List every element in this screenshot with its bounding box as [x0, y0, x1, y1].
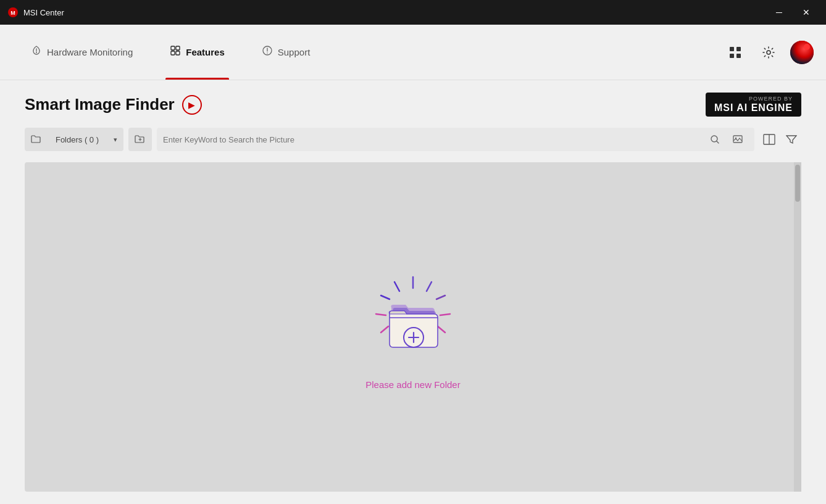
- msi-logo-icon: M: [7, 7, 19, 18]
- page-title-area: Smart Image Finder ▶: [25, 95, 202, 115]
- page-header: Smart Image Finder ▶ POWERED BY MSI AI E…: [25, 93, 801, 117]
- folder-dropdown[interactable]: Folders ( 0 ) ▾: [25, 128, 123, 151]
- dropdown-arrow-icon: ▾: [114, 136, 117, 144]
- scrollbar[interactable]: [794, 162, 801, 492]
- svg-point-13: [767, 51, 770, 54]
- svg-point-8: [267, 52, 268, 54]
- ai-engine-name: MSI AI ENGINE: [714, 102, 793, 114]
- svg-line-23: [440, 314, 450, 315]
- svg-line-26: [381, 326, 388, 333]
- search-icon: [710, 134, 720, 144]
- page-title: Smart Image Finder: [25, 95, 175, 114]
- filter-icon: [786, 134, 797, 144]
- tab-features[interactable]: Features: [151, 25, 243, 80]
- nav-right: [724, 41, 814, 64]
- title-bar-controls: ─ ✕: [767, 3, 819, 22]
- svg-rect-11: [730, 54, 734, 58]
- folder-icon: [31, 134, 41, 145]
- title-bar-left: M MSI Center: [7, 7, 64, 18]
- search-icons: [705, 130, 748, 149]
- support-icon: [262, 45, 273, 59]
- ai-engine-badge: POWERED BY MSI AI ENGINE: [706, 93, 801, 117]
- ai-powered-label: POWERED BY: [749, 96, 793, 102]
- user-avatar[interactable]: [790, 41, 814, 64]
- svg-point-16: [735, 138, 736, 139]
- close-button[interactable]: ✕: [794, 3, 819, 22]
- svg-point-14: [711, 136, 717, 142]
- svg-rect-4: [176, 46, 180, 50]
- tab-hardware-monitoring-label: Hardware Monitoring: [47, 47, 133, 57]
- folder-dropdown-label: Folders ( 0 ): [44, 135, 110, 144]
- tab-hardware-monitoring[interactable]: Hardware Monitoring: [12, 25, 151, 80]
- app-container: Hardware Monitoring Features: [0, 25, 826, 504]
- minimize-button[interactable]: ─: [767, 3, 791, 22]
- hardware-monitoring-icon: [31, 45, 42, 59]
- nav-bar: Hardware Monitoring Features: [0, 25, 826, 80]
- title-bar-title: MSI Center: [23, 8, 64, 17]
- svg-line-22: [381, 295, 390, 299]
- empty-state: Please add new Folder: [351, 265, 475, 390]
- filter-button[interactable]: [782, 130, 801, 149]
- grid-icon: [728, 46, 742, 59]
- toolbar-right: [759, 130, 801, 149]
- nav-tabs: Hardware Monitoring Features: [12, 25, 328, 80]
- play-icon: ▶: [188, 100, 195, 110]
- empty-state-message: Please add new Folder: [365, 379, 460, 390]
- image-search-icon: [733, 134, 744, 144]
- gear-icon: [762, 46, 775, 59]
- scrollbar-thumb[interactable]: [795, 165, 800, 202]
- tab-support[interactable]: Support: [243, 25, 329, 80]
- search-input[interactable]: [163, 135, 700, 144]
- svg-line-25: [438, 326, 445, 333]
- image-search-button[interactable]: [728, 130, 748, 149]
- gear-icon-button[interactable]: [757, 41, 780, 64]
- svg-rect-10: [736, 47, 741, 51]
- title-bar: M MSI Center ─ ✕: [0, 0, 826, 25]
- play-button[interactable]: ▶: [182, 95, 202, 115]
- svg-text:M: M: [10, 10, 15, 16]
- svg-rect-5: [171, 51, 175, 55]
- features-icon: [170, 45, 181, 59]
- add-folder-icon: [135, 134, 146, 144]
- grid-icon-button[interactable]: [724, 41, 747, 64]
- svg-line-21: [394, 282, 399, 291]
- search-container: [157, 128, 754, 151]
- svg-rect-12: [736, 54, 741, 58]
- svg-line-24: [376, 314, 386, 315]
- add-folder-button[interactable]: [128, 128, 152, 151]
- svg-rect-9: [730, 47, 734, 51]
- search-icon-button[interactable]: [705, 130, 725, 149]
- svg-line-20: [436, 295, 445, 299]
- svg-point-2: [36, 52, 37, 53]
- svg-line-19: [427, 282, 432, 291]
- split-view-icon: [763, 134, 775, 145]
- empty-folder-illustration: [351, 265, 475, 370]
- tab-support-label: Support: [278, 47, 311, 57]
- avatar-image: [790, 41, 814, 64]
- content-area: Smart Image Finder ▶ POWERED BY MSI AI E…: [0, 80, 826, 504]
- main-panel: Please add new Folder: [25, 162, 801, 492]
- split-view-button[interactable]: [759, 130, 779, 149]
- toolbar: Folders ( 0 ) ▾: [25, 126, 801, 152]
- tab-features-label: Features: [186, 47, 225, 57]
- svg-rect-6: [176, 51, 180, 55]
- svg-rect-3: [171, 46, 175, 50]
